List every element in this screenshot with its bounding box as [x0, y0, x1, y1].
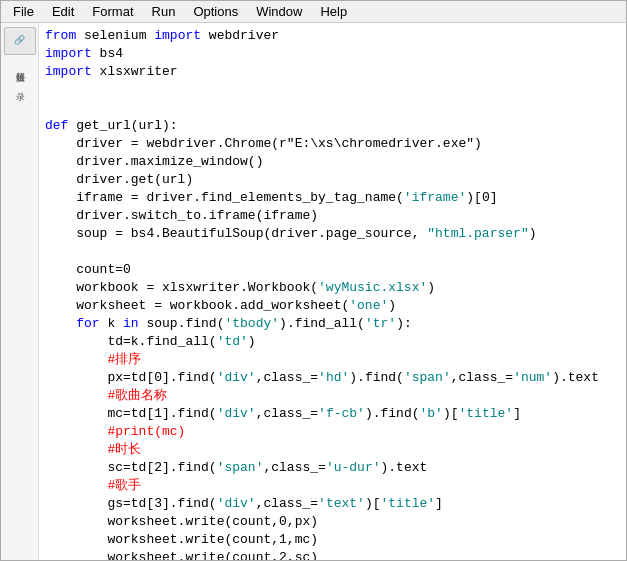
code-line [45, 99, 622, 117]
code-line: worksheet = workbook.add_worksheet('one'… [45, 297, 622, 315]
main-area: 🔗 超链接 录 from selenium import webdriverim… [1, 23, 626, 560]
code-line: count=0 [45, 261, 622, 279]
code-line: px=td[0].find('div',class_='hd').find('s… [45, 369, 622, 387]
code-line: #print(mc) [45, 423, 622, 441]
menu-options[interactable]: Options [185, 2, 246, 21]
code-line: #排序 [45, 351, 622, 369]
code-line: from selenium import webdriver [45, 27, 622, 45]
code-line [45, 243, 622, 261]
code-line: worksheet.write(count,1,mc) [45, 531, 622, 549]
code-line: def get_url(url): [45, 117, 622, 135]
code-line: gs=td[3].find('div',class_='text')['titl… [45, 495, 622, 513]
code-line: #歌曲名称 [45, 387, 622, 405]
code-line: worksheet.write(count,2,sc) [45, 549, 622, 560]
sidebar-hyperlink-btn[interactable]: 🔗 [4, 27, 36, 55]
code-line: driver = webdriver.Chrome(r"E:\xs\chrome… [45, 135, 622, 153]
link-icon: 🔗 [14, 36, 25, 47]
sidebar: 🔗 超链接 录 [1, 23, 39, 560]
code-line: import xlsxwriter [45, 63, 622, 81]
menu-run[interactable]: Run [144, 2, 184, 21]
code-line: soup = bs4.BeautifulSoup(driver.page_sou… [45, 225, 622, 243]
menu-format[interactable]: Format [84, 2, 141, 21]
menu-help[interactable]: Help [312, 2, 355, 21]
code-line: driver.switch_to.iframe(iframe) [45, 207, 622, 225]
code-line [45, 81, 622, 99]
code-editor[interactable]: from selenium import webdriverimport bs4… [39, 23, 626, 560]
code-line: import bs4 [45, 45, 622, 63]
code-line: #歌手 [45, 477, 622, 495]
code-line: #时长 [45, 441, 622, 459]
code-line: sc=td[2].find('span',class_='u-dur').tex… [45, 459, 622, 477]
code-line: workbook = xlsxwriter.Workbook('wyMusic.… [45, 279, 622, 297]
menu-file[interactable]: File [5, 2, 42, 21]
menu-edit[interactable]: Edit [44, 2, 82, 21]
code-line: worksheet.write(count,0,px) [45, 513, 622, 531]
code-line: driver.maximize_window() [45, 153, 622, 171]
code-line: driver.get(url) [45, 171, 622, 189]
code-line: td=k.find_all('td') [45, 333, 622, 351]
code-line: iframe = driver.find_elements_by_tag_nam… [45, 189, 622, 207]
code-line: mc=td[1].find('div',class_='f-cb').find(… [45, 405, 622, 423]
code-line: for k in soup.find('tbody').find_all('tr… [45, 315, 622, 333]
main-window: File Edit Format Run Options Window Help… [0, 0, 627, 561]
menu-window[interactable]: Window [248, 2, 310, 21]
menu-bar: File Edit Format Run Options Window Help [1, 1, 626, 23]
